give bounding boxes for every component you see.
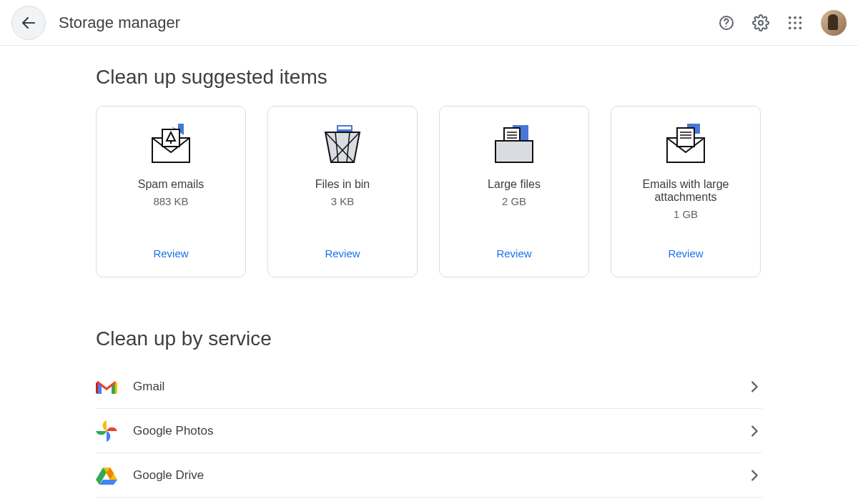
- svg-rect-19: [338, 127, 351, 129]
- suggested-cards: Spam emails 883 KB Review Files in bin 3…: [96, 106, 762, 277]
- svg-point-4: [789, 16, 792, 19]
- apps-button[interactable]: [781, 9, 809, 37]
- large-attachment-icon: [660, 121, 711, 167]
- help-button[interactable]: [712, 9, 741, 37]
- arrow-left-icon: [20, 14, 37, 31]
- service-label: Google Photos: [133, 424, 746, 438]
- card-large-files[interactable]: Large files 2 GB Review: [439, 106, 589, 277]
- service-row-photos[interactable]: Google Photos: [96, 409, 762, 453]
- svg-rect-33: [677, 128, 694, 147]
- card-title: Large files: [488, 178, 541, 191]
- review-link[interactable]: Review: [665, 242, 706, 265]
- card-title: Spam emails: [138, 178, 204, 191]
- svg-point-7: [789, 21, 792, 24]
- card-size: 1 GB: [674, 208, 698, 220]
- card-size: 3 KB: [331, 195, 355, 207]
- gmail-icon: [96, 378, 133, 395]
- chevron-right-icon: [746, 379, 762, 395]
- header-actions: [712, 9, 847, 37]
- service-label: Google Drive: [133, 468, 746, 483]
- svg-point-11: [794, 26, 797, 29]
- svg-point-2: [726, 26, 727, 27]
- card-files-in-bin[interactable]: Files in bin 3 KB Review: [267, 106, 418, 277]
- review-link[interactable]: Review: [150, 242, 191, 265]
- service-label: Gmail: [133, 380, 746, 394]
- svg-point-3: [759, 21, 763, 25]
- page-title: Storage manager: [59, 14, 712, 32]
- main-content: Clean up suggested items Spam emails 883…: [79, 46, 779, 498]
- card-size: 883 KB: [153, 195, 188, 207]
- svg-point-10: [789, 26, 792, 29]
- svg-point-8: [794, 21, 797, 24]
- service-row-drive[interactable]: Google Drive: [96, 453, 762, 498]
- svg-marker-20: [325, 132, 360, 162]
- svg-point-9: [799, 21, 802, 24]
- card-title: Files in bin: [315, 178, 370, 191]
- google-photos-icon: [96, 420, 133, 442]
- settings-button[interactable]: [746, 9, 775, 37]
- svg-rect-30: [495, 141, 533, 162]
- svg-point-5: [794, 16, 797, 19]
- card-spam-emails[interactable]: Spam emails 883 KB Review: [96, 106, 246, 277]
- gear-icon: [752, 14, 769, 31]
- google-drive-icon: [96, 466, 133, 485]
- chevron-right-icon: [746, 468, 762, 483]
- service-row-gmail[interactable]: Gmail: [96, 365, 762, 409]
- apps-grid-icon: [787, 15, 803, 31]
- large-files-icon: [488, 121, 540, 167]
- card-title: Emails with large attachments: [620, 178, 751, 204]
- app-header: Storage manager: [0, 0, 858, 46]
- suggested-items-heading: Clean up suggested items: [96, 66, 762, 89]
- svg-point-6: [799, 16, 802, 19]
- card-large-attachments[interactable]: Emails with large attachments 1 GB Revie…: [611, 106, 761, 277]
- svg-point-12: [799, 26, 802, 29]
- card-size: 2 GB: [502, 195, 526, 207]
- spam-email-icon: [145, 121, 197, 167]
- svg-marker-39: [99, 480, 117, 485]
- back-button[interactable]: [11, 6, 46, 40]
- help-icon: [718, 14, 735, 31]
- bin-icon: [317, 121, 368, 167]
- account-avatar[interactable]: [821, 10, 847, 36]
- review-link[interactable]: Review: [322, 242, 363, 265]
- by-service-heading: Clean up by service: [96, 327, 762, 350]
- review-link[interactable]: Review: [493, 242, 534, 265]
- chevron-right-icon: [746, 423, 762, 439]
